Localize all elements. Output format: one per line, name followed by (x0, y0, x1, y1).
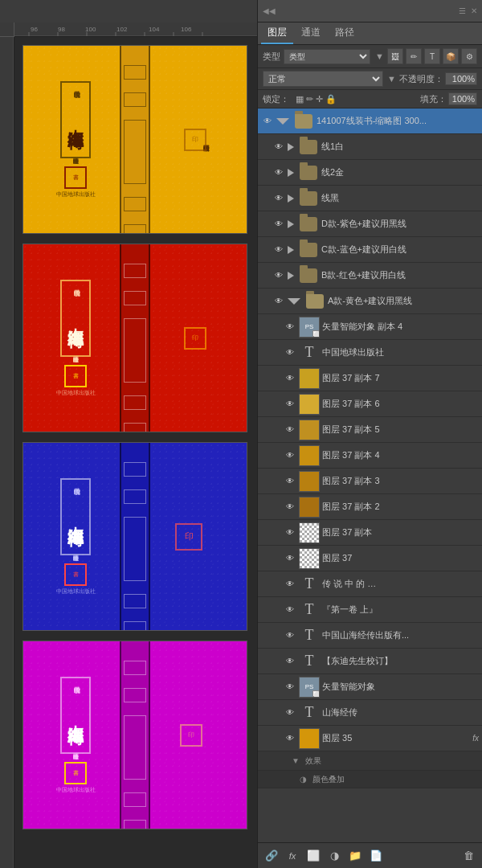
visibility-smart4[interactable]: 👁 (284, 321, 296, 334)
layer-text-legend[interactable]: 👁 T 传 说 中 的 … (258, 571, 482, 597)
lock-transparent-icon[interactable]: ▦ (296, 94, 304, 104)
visibility-smart[interactable]: 👁 (284, 681, 296, 694)
expand-c[interactable] (288, 246, 294, 254)
visibility-d[interactable]: 👁 (272, 218, 285, 231)
visibility-b[interactable]: 👁 (272, 269, 285, 282)
visibility-line1[interactable]: 👁 (272, 141, 285, 154)
dropdown-arrow: ▼ (375, 51, 384, 61)
layer-37-copy4[interactable]: 👁 图层 37 副本 4 (258, 443, 482, 469)
visibility-text-shanhai[interactable]: 👁 (284, 629, 296, 642)
filter-text-btn[interactable]: T (424, 48, 440, 64)
visibility-text-title[interactable]: 👁 (284, 706, 296, 719)
mask-btn[interactable]: ⬜ (304, 847, 322, 865)
expand-main[interactable] (276, 118, 289, 125)
expand-a[interactable] (288, 298, 300, 305)
visibility-37c2[interactable]: 👁 (284, 501, 296, 514)
new-layer-btn[interactable]: 📄 (367, 847, 385, 865)
layer-line2-gold[interactable]: 👁 线2金 (258, 160, 482, 186)
fx-btn[interactable]: fx (284, 847, 301, 865)
visibility-35[interactable]: 👁 (284, 732, 296, 745)
expand-line1[interactable] (288, 143, 294, 151)
layer-smart-copy4[interactable]: 👁 PS ⬜ 矢量智能对象 副本 4 (258, 314, 482, 340)
visibility-line-black[interactable]: 👁 (272, 192, 285, 205)
visibility-text-pub[interactable]: 👁 (284, 346, 296, 359)
layer-main-group[interactable]: 👁 141007线装书-缩略图 300... (258, 108, 482, 134)
layer-37[interactable]: 👁 图层 37 (258, 546, 482, 571)
layer-35[interactable]: 👁 图层 35 fx (258, 726, 482, 751)
visibility-line2[interactable]: 👁 (272, 166, 285, 179)
visibility-text-vol[interactable]: 👁 (284, 604, 296, 616)
delete-layer-btn[interactable]: 🗑 (460, 847, 477, 865)
layer-b-red[interactable]: 👁 B款-红色+建议用白线 (258, 263, 482, 289)
layer-d-purple[interactable]: 👁 D款-紫色+建议用黑线 (258, 211, 482, 237)
panel-close-icon[interactable]: ✕ (471, 6, 477, 15)
expand-d[interactable] (288, 220, 294, 228)
expand-line2[interactable] (288, 169, 294, 177)
filter-shape-btn[interactable]: 📦 (443, 48, 459, 64)
layer-line1-white[interactable]: 👁 线1白 (258, 134, 482, 160)
layer-c-blue[interactable]: 👁 C款-蓝色+建议用白线 (258, 237, 482, 263)
layer-smart-obj[interactable]: 👁 PS ⬜ 矢量智能对象 (258, 674, 482, 700)
layer-name-37c6: 图层 37 副本 6 (322, 398, 479, 410)
layer-a-yellow[interactable]: 👁 A款-黄色+建议用黑线 (258, 289, 482, 314)
visibility-37c7[interactable]: 👁 (284, 372, 296, 385)
tab-layers[interactable]: 图层 (261, 23, 293, 44)
layer-type-select[interactable]: 类型 (284, 49, 370, 64)
lock-move-icon[interactable]: ✛ (316, 94, 323, 104)
layer-text-shanhai[interactable]: 👁 T 中国山海经传出版有... (258, 623, 482, 649)
tab-channels[interactable]: 通道 (295, 23, 327, 44)
layer-effects: ▼ 效果 (258, 751, 482, 771)
visibility-main[interactable]: 👁 (261, 115, 274, 128)
visibility-37c5[interactable]: 👁 (284, 424, 296, 436)
effects-label: 效果 (305, 755, 479, 767)
layer-line-black[interactable]: 👁 线黑 (258, 186, 482, 211)
lock-all-icon[interactable]: 🔒 (325, 94, 337, 104)
visibility-37c6[interactable]: 👁 (284, 398, 296, 411)
layer-text-title[interactable]: 👁 T 山海经传 (258, 700, 482, 726)
filter-smart-btn[interactable]: ⚙ (461, 48, 477, 64)
layers-list[interactable]: 👁 141007线装书-缩略图 300... 👁 线1白 👁 线2金 (258, 108, 482, 842)
layer-37-copy2[interactable]: 👁 图层 37 副本 2 (258, 494, 482, 520)
lock-paint-icon[interactable]: ✏ (306, 94, 313, 104)
layer-37-copy[interactable]: 👁 图层 37 副本 (258, 520, 482, 546)
visibility-text-dongdi[interactable]: 👁 (284, 655, 296, 668)
svg-text:102: 102 (116, 26, 128, 33)
panel-collapse-left[interactable]: ◀◀ (263, 6, 276, 15)
link-layers-btn[interactable]: 🔗 (263, 847, 280, 865)
group-btn[interactable]: 📁 (346, 847, 364, 865)
visibility-37c[interactable]: 👁 (284, 526, 296, 539)
layer-37-copy7[interactable]: 👁 图层 37 副本 7 (258, 366, 482, 391)
opacity-input[interactable] (445, 72, 477, 85)
thumb-c (298, 240, 319, 260)
visibility-a[interactable]: 👁 (272, 295, 285, 308)
layer-text-dongdi[interactable]: 👁 T 【东迪先生校订】 (258, 649, 482, 674)
expand-line-black[interactable] (288, 194, 294, 203)
fill-input[interactable] (448, 92, 477, 105)
layer-name-text-shanhai: 中国山海经传出版有... (322, 629, 479, 641)
thumb-text-title: T (299, 702, 320, 723)
tab-paths[interactable]: 路径 (329, 23, 361, 44)
svg-text:104: 104 (149, 26, 160, 33)
thumb-37c5 (299, 420, 320, 440)
filter-image-btn[interactable]: 🖼 (387, 48, 403, 64)
thumb-37 (299, 548, 320, 569)
visibility-c[interactable]: 👁 (272, 244, 285, 256)
blend-mode-select[interactable]: 正常 (263, 71, 383, 87)
visibility-37c4[interactable]: 👁 (284, 449, 296, 462)
visibility-37[interactable]: 👁 (284, 552, 296, 565)
expand-b[interactable] (288, 272, 294, 280)
visibility-text-legend[interactable]: 👁 (284, 578, 296, 591)
effects-collapse[interactable]: ▼ (292, 756, 300, 765)
layer-37-copy6[interactable]: 👁 图层 37 副本 6 (258, 391, 482, 417)
layer-text-vol[interactable]: 👁 T 『第一卷 上』 (258, 597, 482, 623)
svg-rect-17 (0, 23, 14, 868)
layer-text-publisher[interactable]: 👁 T 中国地球出版社 (258, 340, 482, 366)
layer-37-copy3[interactable]: 👁 图层 37 副本 3 (258, 469, 482, 494)
layer-name-37c4: 图层 37 副本 4 (322, 449, 479, 461)
visibility-37c3[interactable]: 👁 (284, 475, 296, 488)
layer-37-copy5[interactable]: 👁 图层 37 副本 5 (258, 417, 482, 443)
filter-adjust-btn[interactable]: ✏ (406, 48, 422, 64)
panel-tabs: 图层 通道 路径 (258, 23, 482, 45)
panel-menu-icon[interactable]: ☰ (459, 6, 466, 15)
adjust-btn[interactable]: ◑ (325, 847, 343, 865)
